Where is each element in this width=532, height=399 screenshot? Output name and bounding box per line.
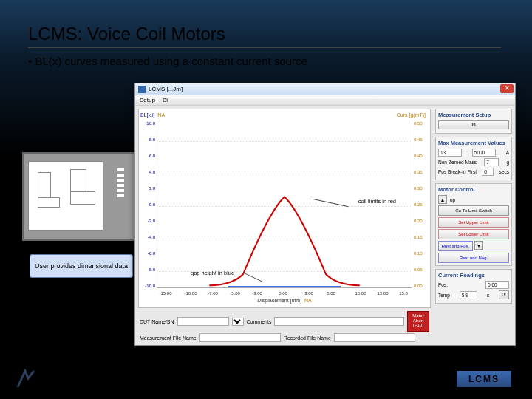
motor-abort-button[interactable]: Motor Abort (F10) — [407, 311, 429, 332]
temp-value — [460, 291, 477, 299]
dut-select[interactable] — [232, 318, 244, 326]
app-icon — [138, 86, 146, 93]
meas-file-input[interactable] — [200, 333, 281, 342]
rec-file-input[interactable] — [334, 333, 415, 342]
readings-title: Current Readings — [438, 272, 509, 279]
dimensional-diagram — [22, 152, 140, 241]
setup-title: Measurement Setup — [438, 112, 509, 118]
break-label: Pos Break-In First — [438, 169, 477, 174]
annot-gap: gap height in blue — [191, 270, 234, 276]
rest-neg-button[interactable]: Rest and Neg. — [438, 253, 509, 263]
motor-control-panel: Motor Control ▲ up Go To Limit Switch Se… — [435, 183, 512, 266]
close-button[interactable]: ✕ — [500, 84, 514, 93]
dut-label: DUT Name/SN — [140, 319, 174, 324]
chart-area: BL[x,i] NA Curs [g(mT)] -10.0 -8.0 -6.0 … — [138, 109, 431, 308]
motor-up-arrow[interactable]: ▲ — [438, 195, 447, 204]
menu-setup[interactable]: Setup — [140, 97, 155, 103]
max-current-unit: A — [506, 150, 509, 155]
pos-label: Pos. — [438, 282, 448, 287]
comments-label: Comments — [247, 319, 272, 324]
set-lower-button[interactable]: Set Lower Limit — [438, 229, 509, 239]
annot-coil: coil limits in red — [358, 198, 396, 205]
setup-button[interactable]: ⚙ — [438, 120, 509, 129]
motor-down-arrow[interactable]: ▼ — [474, 241, 483, 250]
break-input[interactable] — [482, 168, 494, 176]
side-panel: Measurement Setup ⚙ Max Measurement Valu… — [432, 106, 515, 345]
ytick: -10.0 — [142, 284, 155, 288]
rest-pos-button[interactable]: Rest and Pos. — [438, 241, 473, 251]
max-values-panel: Max Measurement Values A Non-Zeroed Mass… — [435, 137, 512, 180]
temp-refresh-button[interactable]: ⟳ — [499, 290, 509, 299]
y-axis-label: BL[x,i] NA — [140, 112, 165, 117]
current-readings-panel: Current Readings Pos. Temp c ⟳ — [435, 269, 512, 304]
nonzero-unit: g — [506, 160, 509, 165]
max-title: Max Measurement Values — [438, 140, 509, 146]
window-titlebar[interactable]: LCMS [...Jm] ✕ — [135, 83, 515, 95]
temp-label: Temp — [438, 293, 450, 298]
temp-unit: c — [487, 293, 489, 298]
vendor-logo-icon — [15, 368, 37, 390]
measurement-setup-panel: Measurement Setup ⚙ — [435, 109, 512, 134]
cursor-label: Curs [g(mT)] — [397, 112, 426, 117]
comments-input[interactable] — [274, 317, 404, 326]
motor-title: Motor Control — [438, 186, 509, 193]
nonzero-input[interactable] — [484, 158, 499, 166]
meas-file-label: Measurement File Name — [140, 335, 197, 341]
diagram-caption: User provides dimensional data — [30, 254, 133, 278]
goto-limit-button[interactable]: Go To Limit Switch — [438, 205, 509, 216]
menubar[interactable]: Setup Bi — [135, 95, 515, 106]
diagram-canvas — [28, 161, 103, 231]
slide-bullet: BL(x) curves measured using a constant c… — [28, 55, 307, 67]
set-upper-button[interactable]: Set Upper Limit — [438, 217, 509, 228]
rec-file-label: Recorded File Name — [284, 335, 331, 341]
pos-value — [485, 281, 509, 289]
dut-input[interactable] — [177, 317, 229, 326]
lcms-window: LCMS [...Jm] ✕ Setup Bi BL[x,i] NA Curs … — [134, 83, 516, 346]
max-bl-input[interactable] — [438, 149, 462, 157]
window-title: LCMS [...Jm] — [149, 86, 183, 92]
bottom-fields: DUT Name/SN Comments Motor Abort (F10) M… — [138, 311, 431, 344]
motor-up-label: up — [450, 197, 455, 202]
slide-title: LCMS: Voice Coil Motors — [28, 24, 501, 48]
menu-bi[interactable]: Bi — [163, 97, 168, 103]
diagram-fields[interactable] — [117, 168, 124, 197]
break-unit: secs — [499, 169, 509, 174]
x-axis-label: Displacement [mm] NA — [139, 298, 430, 303]
max-current-input[interactable] — [472, 149, 496, 157]
nonzero-label: Non-Zeroed Mass — [438, 160, 477, 165]
brand-badge: LCMS — [457, 371, 511, 387]
